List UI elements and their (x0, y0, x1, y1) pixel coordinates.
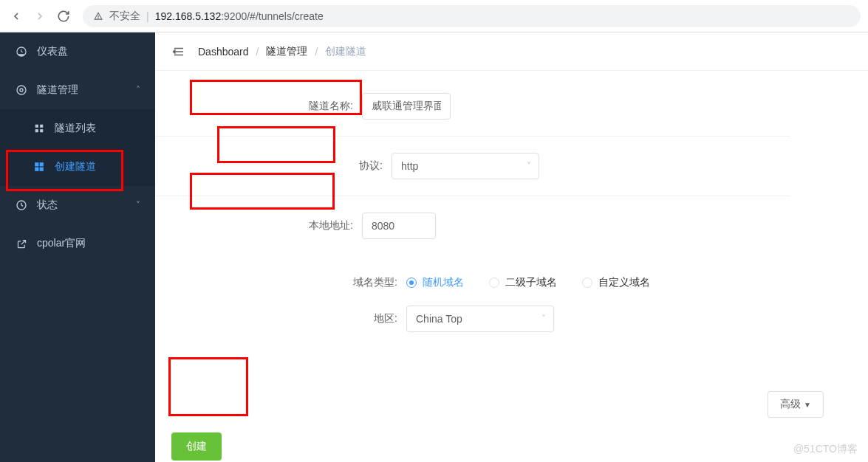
radio-label: 随机域名 (423, 276, 464, 289)
list-icon (33, 122, 46, 135)
nav-back-button[interactable] (7, 7, 25, 25)
local-addr-label: 本地地址: (155, 219, 362, 232)
dashboard-icon (15, 45, 28, 58)
form-area: 隧道名称: 协议: http ˅ 本地地址: 域名类型: 随机域名 (155, 71, 820, 391)
local-addr-input[interactable] (362, 213, 436, 239)
protocol-value: http (401, 160, 418, 172)
sidebar-item-dashboard[interactable]: 仪表盘 (0, 32, 155, 71)
watermark: @51CTO博客 (793, 443, 858, 456)
advanced-label: 高级 (780, 398, 801, 411)
sidebar-item-create-tunnel[interactable]: 创建隧道 (0, 148, 155, 186)
submit-button[interactable]: 创建 (171, 432, 222, 461)
form-row-local-addr: 本地地址: (155, 213, 790, 239)
browser-chrome: 不安全 | 192.168.5.132:9200/#/tunnels/creat… (0, 0, 868, 32)
radio-label: 自定义域名 (598, 276, 650, 289)
sidebar-item-label: cpolar官网 (37, 237, 86, 250)
svg-rect-7 (40, 162, 44, 166)
form-row-domain-type: 域名类型: 随机域名 二级子域名 自定义域名 (155, 276, 790, 289)
sidebar-item-label: 仪表盘 (37, 45, 68, 58)
protocol-select[interactable]: http ˅ (392, 153, 539, 179)
radio-circle-icon (582, 277, 592, 288)
submit-row: 创建 (155, 432, 868, 461)
svg-rect-5 (40, 129, 43, 132)
breadcrumb-separator: / (256, 46, 259, 58)
region-value: China Top (416, 313, 462, 325)
radio-label: 二级子域名 (505, 276, 557, 289)
advanced-button[interactable]: 高级 ▼ (768, 391, 824, 418)
sidebar-toggle-button[interactable] (171, 44, 186, 59)
sidebar-item-tunnel-mgmt[interactable]: 隧道管理 ˄ (0, 71, 155, 109)
breadcrumb-item[interactable]: 隧道管理 (266, 45, 307, 58)
caret-down-icon: ▼ (804, 401, 811, 409)
nav-forward-button[interactable] (31, 7, 49, 25)
sidebar: 仪表盘 隧道管理 ˄ 隧道列表 创建隧道 状态 ˅ (0, 32, 155, 462)
sidebar-item-tunnel-list[interactable]: 隧道列表 (0, 109, 155, 148)
breadcrumb-item[interactable]: Dashboard (198, 46, 249, 58)
main-content: Dashboard / 隧道管理 / 创建隧道 隧道名称: 协议: http ˅… (155, 32, 868, 462)
region-label: 地区: (155, 312, 406, 325)
region-select[interactable]: China Top ˅ (406, 306, 554, 332)
svg-rect-2 (35, 125, 38, 128)
tunnel-icon (15, 83, 28, 97)
chevron-down-icon: ˅ (541, 314, 546, 324)
sidebar-item-label: 创建隧道 (55, 160, 96, 173)
radio-subdomain[interactable]: 二级子域名 (489, 276, 557, 289)
grid-icon (33, 160, 46, 173)
sidebar-item-label: 隧道列表 (55, 122, 96, 135)
tunnel-name-input[interactable] (362, 93, 451, 120)
advanced-row: 高级 ▼ (155, 391, 868, 432)
svg-rect-3 (40, 125, 43, 128)
topbar: Dashboard / 隧道管理 / 创建隧道 (155, 32, 868, 71)
svg-point-0 (17, 86, 26, 94)
radio-random-domain[interactable]: 随机域名 (406, 276, 464, 289)
address-bar[interactable]: 不安全 | 192.168.5.132:9200/#/tunnels/creat… (83, 5, 861, 27)
svg-point-1 (20, 89, 23, 92)
insecure-icon (93, 11, 103, 21)
svg-rect-6 (35, 162, 38, 166)
reload-button[interactable] (55, 7, 72, 25)
form-row-tunnel-name: 隧道名称: (155, 93, 790, 137)
app-container: 仪表盘 隧道管理 ˄ 隧道列表 创建隧道 状态 ˅ (0, 32, 868, 462)
breadcrumb-current: 创建隧道 (325, 45, 366, 58)
form-row-protocol: 协议: http ˅ (155, 153, 790, 196)
svg-rect-9 (40, 168, 44, 171)
form-row-region: 地区: China Top ˅ (155, 306, 790, 332)
chevron-down-icon: ˅ (136, 200, 140, 210)
radio-circle-icon (489, 277, 499, 288)
breadcrumb: Dashboard / 隧道管理 / 创建隧道 (198, 45, 366, 58)
external-link-icon (15, 237, 28, 250)
tunnel-name-label: 隧道名称: (155, 100, 362, 113)
chevron-down-icon: ˅ (527, 161, 531, 171)
sidebar-item-label: 状态 (37, 199, 58, 212)
insecure-label: 不安全 (109, 10, 140, 23)
domain-type-radio-group: 随机域名 二级子域名 自定义域名 (406, 276, 650, 289)
sidebar-item-status[interactable]: 状态 ˅ (0, 186, 155, 224)
sidebar-item-cpolar-site[interactable]: cpolar官网 (0, 224, 155, 263)
url-text: 192.168.5.132:9200/#/tunnels/create (155, 10, 324, 22)
chevron-up-icon: ˄ (136, 85, 140, 95)
domain-type-label: 域名类型: (155, 276, 406, 289)
status-icon (15, 199, 28, 212)
svg-rect-4 (35, 129, 38, 132)
breadcrumb-separator: / (315, 46, 318, 58)
svg-rect-8 (35, 168, 38, 171)
protocol-label: 协议: (155, 159, 392, 173)
radio-circle-icon (406, 277, 417, 288)
url-divider: | (146, 10, 149, 22)
sidebar-item-label: 隧道管理 (37, 83, 78, 97)
radio-custom-domain[interactable]: 自定义域名 (582, 276, 650, 289)
